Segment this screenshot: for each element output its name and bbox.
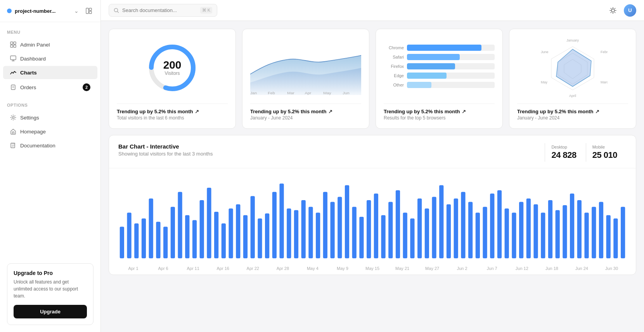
svg-rect-68 bbox=[396, 190, 400, 258]
sidebar-item-label: Settings bbox=[20, 115, 39, 121]
trending-arrow: ↗ bbox=[462, 109, 466, 114]
svg-marker-29 bbox=[556, 49, 591, 86]
search-box[interactable]: ⌘ K bbox=[109, 4, 217, 17]
svg-text:April: April bbox=[569, 94, 576, 98]
card-trending: Trending up by 5.2% this month ↗ bbox=[384, 109, 495, 114]
svg-rect-3 bbox=[10, 42, 13, 44]
svg-rect-54 bbox=[294, 210, 298, 258]
bar-chart-canvas bbox=[109, 168, 636, 266]
x-axis-label: May 27 bbox=[417, 266, 447, 271]
search-input[interactable] bbox=[122, 7, 197, 13]
x-axis-label: Jun 12 bbox=[507, 266, 537, 271]
hbar-fill bbox=[407, 54, 460, 60]
trending-arrow: ↗ bbox=[195, 109, 199, 114]
svg-rect-36 bbox=[163, 227, 168, 258]
sidebar-item-label: Homepage bbox=[20, 129, 46, 135]
svg-rect-31 bbox=[127, 213, 131, 258]
svg-rect-59 bbox=[330, 202, 334, 258]
sidebar-item-charts[interactable]: Charts bbox=[3, 66, 97, 79]
svg-rect-47 bbox=[243, 215, 248, 258]
svg-text:May: May bbox=[323, 91, 331, 95]
svg-rect-80 bbox=[483, 207, 487, 258]
x-axis-label: May 15 bbox=[358, 266, 388, 271]
svg-rect-48 bbox=[251, 196, 255, 258]
svg-text:Apr: Apr bbox=[305, 91, 312, 95]
card-footer: Trending up by 5.2% this month ↗ Total v… bbox=[117, 104, 228, 121]
user-avatar[interactable]: U bbox=[624, 4, 636, 17]
sidebar-item-orders[interactable]: Orders 2 bbox=[3, 80, 97, 95]
svg-rect-89 bbox=[548, 200, 552, 258]
hbar-track bbox=[407, 73, 495, 79]
svg-rect-86 bbox=[526, 199, 531, 258]
x-axis-label: Jun 7 bbox=[477, 266, 507, 271]
hbar-fill bbox=[407, 82, 431, 88]
donut-chart-area: 200 Visitors bbox=[117, 37, 228, 99]
svg-rect-82 bbox=[497, 190, 502, 258]
x-axis-label: Apr 22 bbox=[238, 266, 268, 271]
trending-arrow: ↗ bbox=[328, 109, 332, 114]
svg-text:May: May bbox=[541, 80, 548, 84]
svg-rect-95 bbox=[592, 207, 596, 258]
search-icon bbox=[114, 8, 119, 13]
svg-rect-0 bbox=[86, 8, 88, 14]
sidebar: project-number... ⌄ MENU Admin Panel Das… bbox=[0, 0, 101, 332]
x-axis-label: May 4 bbox=[298, 266, 327, 271]
svg-rect-39 bbox=[185, 215, 189, 258]
sidebar-item-dashboard[interactable]: Dashboard bbox=[3, 52, 97, 65]
expand-icon[interactable]: ⌄ bbox=[72, 6, 81, 16]
svg-rect-42 bbox=[207, 188, 211, 258]
x-axis-label: Jun 30 bbox=[597, 266, 627, 271]
layout-icon[interactable] bbox=[84, 6, 93, 16]
svg-rect-77 bbox=[461, 192, 465, 258]
card-footer: Trending up by 5.2% this month ↗ January… bbox=[517, 104, 628, 121]
x-axis-label: May 21 bbox=[388, 266, 417, 271]
sidebar-item-admin-panel[interactable]: Admin Panel bbox=[3, 38, 97, 51]
desktop-label: Desktop bbox=[551, 145, 576, 149]
area-chart-area: Jan Feb Mar Apr May Jun bbox=[250, 37, 361, 99]
svg-rect-88 bbox=[541, 213, 545, 258]
stat-mobile: Mobile 25 010 bbox=[586, 143, 627, 162]
svg-rect-45 bbox=[229, 209, 233, 258]
svg-rect-83 bbox=[505, 209, 509, 258]
x-axis-label: Apr 6 bbox=[148, 266, 178, 271]
upgrade-button[interactable]: Upgrade bbox=[14, 305, 87, 318]
sidebar-item-homepage[interactable]: Homepage bbox=[3, 125, 97, 138]
theme-toggle-icon[interactable] bbox=[607, 4, 619, 17]
svg-rect-40 bbox=[192, 220, 197, 258]
card-subtitle: January - June 2024 bbox=[517, 115, 628, 121]
svg-rect-91 bbox=[563, 205, 567, 258]
card-subtitle: January - June 2024 bbox=[250, 115, 361, 121]
svg-text:Jun: Jun bbox=[343, 91, 350, 95]
svg-rect-94 bbox=[584, 213, 589, 258]
topbar: ⌘ K U bbox=[101, 0, 644, 21]
svg-rect-1 bbox=[89, 8, 92, 10]
svg-rect-96 bbox=[599, 202, 603, 258]
hbar-track bbox=[407, 63, 495, 69]
bar-section-header: Bar Chart - Interactive Showing total vi… bbox=[109, 135, 636, 168]
sidebar-item-label: Admin Panel bbox=[20, 42, 50, 48]
sidebar-item-documentation[interactable]: Documentation bbox=[3, 139, 97, 152]
bar-chart-svg bbox=[118, 175, 627, 260]
svg-rect-69 bbox=[403, 213, 407, 258]
x-axis-label: Apr 11 bbox=[178, 266, 208, 271]
svg-rect-81 bbox=[490, 194, 494, 258]
mobile-label: Mobile bbox=[592, 145, 617, 149]
menu-label: MENU bbox=[0, 22, 100, 38]
card-trending: Trending up by 5.2% this month ↗ bbox=[250, 109, 361, 114]
svg-rect-49 bbox=[258, 218, 262, 258]
topbar-right: U bbox=[607, 4, 636, 17]
hbar-label: Edge bbox=[384, 73, 404, 78]
sidebar-item-settings[interactable]: Settings bbox=[3, 111, 97, 124]
svg-rect-64 bbox=[367, 200, 371, 258]
hbar-label: Other bbox=[384, 83, 404, 87]
options-label: OPTIONS bbox=[0, 95, 100, 111]
project-name: project-number... bbox=[15, 8, 69, 14]
svg-rect-57 bbox=[316, 213, 320, 258]
svg-rect-61 bbox=[345, 185, 349, 258]
svg-rect-37 bbox=[171, 207, 175, 258]
settings-icon bbox=[10, 114, 16, 121]
svg-rect-58 bbox=[323, 192, 327, 258]
svg-rect-60 bbox=[338, 197, 342, 258]
svg-rect-79 bbox=[476, 213, 480, 258]
svg-text:Februa...: Februa... bbox=[601, 50, 608, 54]
